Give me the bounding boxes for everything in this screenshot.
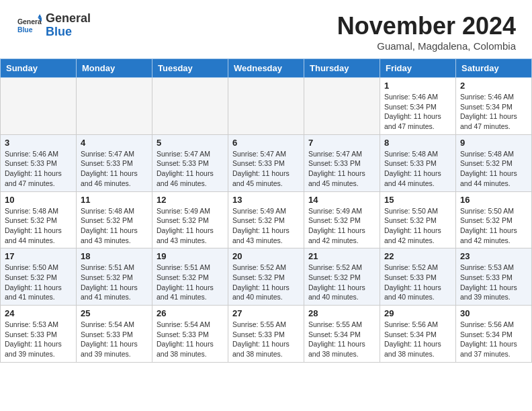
col-tuesday: Tuesday <box>152 59 228 78</box>
day-number: 17 <box>5 251 72 261</box>
day-number: 20 <box>232 251 300 261</box>
day-number: 26 <box>157 308 224 318</box>
calendar-day <box>1 78 77 135</box>
logo-icon: General Blue <box>16 13 42 38</box>
day-number: 2 <box>460 81 527 91</box>
day-number: 27 <box>232 308 300 318</box>
calendar-day: 30Sunrise: 5:56 AM Sunset: 5:34 PM Dayli… <box>456 306 532 363</box>
calendar-day: 5Sunrise: 5:47 AM Sunset: 5:33 PM Daylig… <box>152 134 228 191</box>
calendar-day: 4Sunrise: 5:47 AM Sunset: 5:33 PM Daylig… <box>77 134 152 191</box>
calendar-day: 1Sunrise: 5:46 AM Sunset: 5:34 PM Daylig… <box>380 78 456 135</box>
day-number: 19 <box>157 251 224 261</box>
day-number: 4 <box>81 138 148 148</box>
day-number: 25 <box>81 308 148 318</box>
calendar: Sunday Monday Tuesday Wednesday Thursday… <box>0 58 532 363</box>
calendar-day <box>77 78 152 135</box>
location: Guamal, Magdalena, Colombia <box>337 40 516 52</box>
day-number: 8 <box>384 138 451 148</box>
day-info: Sunrise: 5:47 AM Sunset: 5:33 PM Dayligh… <box>308 149 375 189</box>
logo: General Blue General Blue <box>16 12 91 39</box>
day-info: Sunrise: 5:50 AM Sunset: 5:32 PM Dayligh… <box>5 263 72 302</box>
day-info: Sunrise: 5:52 AM Sunset: 5:32 PM Dayligh… <box>308 263 375 302</box>
calendar-day <box>228 78 304 135</box>
calendar-day: 14Sunrise: 5:49 AM Sunset: 5:32 PM Dayli… <box>304 191 380 248</box>
calendar-day: 20Sunrise: 5:52 AM Sunset: 5:32 PM Dayli… <box>228 248 304 306</box>
calendar-day: 9Sunrise: 5:48 AM Sunset: 5:32 PM Daylig… <box>456 134 532 191</box>
day-number: 5 <box>157 138 224 148</box>
calendar-day: 6Sunrise: 5:47 AM Sunset: 5:33 PM Daylig… <box>228 134 304 191</box>
col-sunday: Sunday <box>1 59 77 78</box>
calendar-day: 21Sunrise: 5:52 AM Sunset: 5:32 PM Dayli… <box>304 248 380 306</box>
day-info: Sunrise: 5:55 AM Sunset: 5:34 PM Dayligh… <box>308 320 375 359</box>
calendar-day: 19Sunrise: 5:51 AM Sunset: 5:32 PM Dayli… <box>152 248 228 306</box>
day-number: 6 <box>232 138 300 148</box>
calendar-day: 18Sunrise: 5:51 AM Sunset: 5:32 PM Dayli… <box>77 248 152 306</box>
calendar-day: 8Sunrise: 5:48 AM Sunset: 5:33 PM Daylig… <box>380 134 456 191</box>
calendar-week-row: 1Sunrise: 5:46 AM Sunset: 5:34 PM Daylig… <box>1 78 532 135</box>
calendar-day: 10Sunrise: 5:48 AM Sunset: 5:32 PM Dayli… <box>1 191 77 248</box>
calendar-day: 16Sunrise: 5:50 AM Sunset: 5:32 PM Dayli… <box>456 191 532 248</box>
day-info: Sunrise: 5:46 AM Sunset: 5:33 PM Dayligh… <box>5 149 72 189</box>
calendar-day: 25Sunrise: 5:54 AM Sunset: 5:33 PM Dayli… <box>77 306 152 363</box>
day-info: Sunrise: 5:47 AM Sunset: 5:33 PM Dayligh… <box>232 149 300 189</box>
day-info: Sunrise: 5:54 AM Sunset: 5:33 PM Dayligh… <box>81 320 148 359</box>
calendar-day: 2Sunrise: 5:46 AM Sunset: 5:34 PM Daylig… <box>456 78 532 135</box>
day-number: 24 <box>5 308 72 318</box>
col-thursday: Thursday <box>304 59 380 78</box>
day-info: Sunrise: 5:50 AM Sunset: 5:32 PM Dayligh… <box>460 206 527 246</box>
day-info: Sunrise: 5:49 AM Sunset: 5:32 PM Dayligh… <box>157 206 224 246</box>
calendar-day: 26Sunrise: 5:54 AM Sunset: 5:33 PM Dayli… <box>152 306 228 363</box>
day-info: Sunrise: 5:51 AM Sunset: 5:32 PM Dayligh… <box>81 263 148 302</box>
calendar-day: 13Sunrise: 5:49 AM Sunset: 5:32 PM Dayli… <box>228 191 304 248</box>
day-number: 7 <box>308 138 375 148</box>
day-number: 9 <box>460 138 527 148</box>
day-number: 29 <box>384 308 451 318</box>
day-info: Sunrise: 5:52 AM Sunset: 5:32 PM Dayligh… <box>232 263 300 302</box>
day-info: Sunrise: 5:47 AM Sunset: 5:33 PM Dayligh… <box>81 149 148 189</box>
day-info: Sunrise: 5:48 AM Sunset: 5:32 PM Dayligh… <box>81 206 148 246</box>
svg-marker-2 <box>38 14 42 18</box>
col-saturday: Saturday <box>456 59 532 78</box>
col-wednesday: Wednesday <box>228 59 304 78</box>
day-info: Sunrise: 5:56 AM Sunset: 5:34 PM Dayligh… <box>384 320 451 359</box>
day-number: 15 <box>384 195 451 205</box>
calendar-day: 3Sunrise: 5:46 AM Sunset: 5:33 PM Daylig… <box>1 134 77 191</box>
day-number: 14 <box>308 195 375 205</box>
day-number: 21 <box>308 251 375 261</box>
title-block: November 2024 Guamal, Magdalena, Colombi… <box>337 12 516 52</box>
calendar-day: 17Sunrise: 5:50 AM Sunset: 5:32 PM Dayli… <box>1 248 77 306</box>
calendar-day: 29Sunrise: 5:56 AM Sunset: 5:34 PM Dayli… <box>380 306 456 363</box>
calendar-day: 22Sunrise: 5:52 AM Sunset: 5:33 PM Dayli… <box>380 248 456 306</box>
svg-text:Blue: Blue <box>17 26 33 33</box>
calendar-header-row: Sunday Monday Tuesday Wednesday Thursday… <box>1 59 532 78</box>
day-info: Sunrise: 5:46 AM Sunset: 5:34 PM Dayligh… <box>384 92 451 132</box>
page-header: General Blue General Blue November 2024 … <box>0 0 532 58</box>
calendar-day: 12Sunrise: 5:49 AM Sunset: 5:32 PM Dayli… <box>152 191 228 248</box>
calendar-day: 27Sunrise: 5:55 AM Sunset: 5:33 PM Dayli… <box>228 306 304 363</box>
day-info: Sunrise: 5:48 AM Sunset: 5:33 PM Dayligh… <box>384 149 451 189</box>
day-number: 22 <box>384 251 451 261</box>
logo-text: General Blue <box>46 12 91 39</box>
day-number: 10 <box>5 195 72 205</box>
calendar-day <box>152 78 228 135</box>
day-number: 16 <box>460 195 527 205</box>
day-number: 18 <box>81 251 148 261</box>
day-info: Sunrise: 5:56 AM Sunset: 5:34 PM Dayligh… <box>460 320 527 359</box>
day-info: Sunrise: 5:53 AM Sunset: 5:33 PM Dayligh… <box>5 320 72 359</box>
calendar-week-row: 17Sunrise: 5:50 AM Sunset: 5:32 PM Dayli… <box>1 248 532 306</box>
day-info: Sunrise: 5:50 AM Sunset: 5:32 PM Dayligh… <box>384 206 451 246</box>
day-info: Sunrise: 5:52 AM Sunset: 5:33 PM Dayligh… <box>384 263 451 302</box>
day-info: Sunrise: 5:54 AM Sunset: 5:33 PM Dayligh… <box>157 320 224 359</box>
calendar-day: 7Sunrise: 5:47 AM Sunset: 5:33 PM Daylig… <box>304 134 380 191</box>
day-number: 13 <box>232 195 300 205</box>
day-number: 1 <box>384 81 451 91</box>
day-info: Sunrise: 5:48 AM Sunset: 5:32 PM Dayligh… <box>460 149 527 189</box>
day-info: Sunrise: 5:48 AM Sunset: 5:32 PM Dayligh… <box>5 206 72 246</box>
day-info: Sunrise: 5:55 AM Sunset: 5:33 PM Dayligh… <box>232 320 300 359</box>
calendar-week-row: 3Sunrise: 5:46 AM Sunset: 5:33 PM Daylig… <box>1 134 532 191</box>
svg-text:General: General <box>17 18 42 26</box>
calendar-day: 23Sunrise: 5:53 AM Sunset: 5:33 PM Dayli… <box>456 248 532 306</box>
month-year: November 2024 <box>337 12 516 40</box>
day-info: Sunrise: 5:51 AM Sunset: 5:32 PM Dayligh… <box>157 263 224 302</box>
calendar-day: 24Sunrise: 5:53 AM Sunset: 5:33 PM Dayli… <box>1 306 77 363</box>
